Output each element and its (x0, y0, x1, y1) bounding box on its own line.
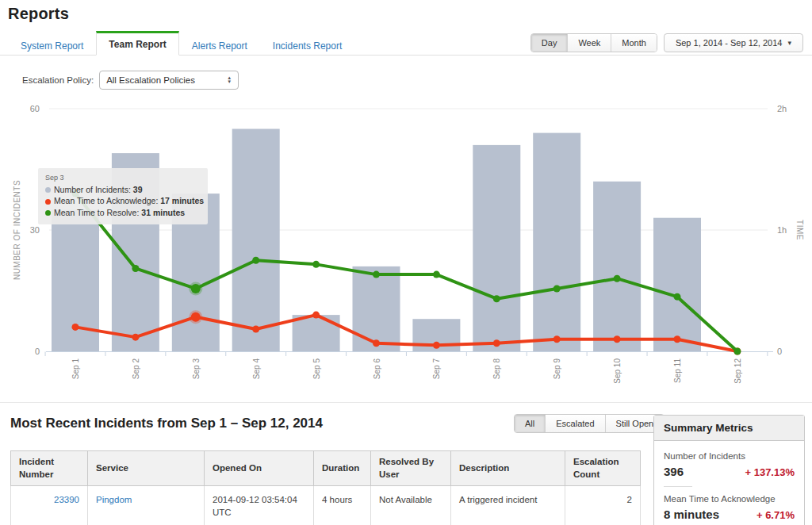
column-escalation-count: Escalation Count (565, 451, 641, 486)
x-axis-label-sep-12: Sep 12 (733, 358, 742, 384)
cell-escalation-count: 2 (565, 486, 641, 525)
mean-time-to-acknowledge-dot-sep-11[interactable] (674, 335, 681, 343)
x-axis-label-sep-3: Sep 3 (192, 358, 201, 380)
x-axis-label-sep-10: Sep 10 (613, 358, 622, 384)
tab-incidents-report[interactable]: Incidents Report (260, 31, 354, 55)
granularity-button-group: DayWeekMonth (530, 33, 657, 52)
metric-value-row: 396+ 137.13% (664, 465, 795, 478)
chart-canvas: 0306001h2hNUMBER OF INCIDENTSTIMESep 1Se… (0, 99, 812, 398)
left-axis-title: NUMBER OF INCIDENTS (13, 180, 21, 280)
metric-delta: + 6.71% (756, 509, 795, 521)
select-stepper-icon: ▲▼ (227, 76, 232, 84)
date-range-button[interactable]: Sep 1, 2014 - Sep 12, 2014 ▾ (664, 33, 803, 52)
section-divider (0, 402, 812, 403)
chart-bar-sep-9[interactable] (533, 133, 580, 351)
left-axis-tick-label: 30 (30, 225, 40, 235)
tab-alerts-report[interactable]: Alerts Report (179, 31, 260, 55)
escalation-policy-filter: Escalation Policy: All Escalation Polici… (22, 71, 239, 90)
mean-time-to-acknowledge-dot-sep-7[interactable] (433, 342, 440, 349)
cell-resolved-by-user: Not Available (371, 486, 451, 525)
service-link[interactable]: Pingdom (96, 495, 132, 504)
series-bullet-icon (45, 199, 51, 205)
date-range-label: Sep 1, 2014 - Sep 12, 2014 (676, 38, 783, 48)
right-axis-tick-label: 2h (777, 104, 787, 113)
chart-bar-sep-8[interactable] (473, 145, 520, 351)
x-axis-label-sep-1: Sep 1 (71, 358, 80, 380)
metric-label: Mean Time to Acknowledge (664, 494, 795, 504)
x-axis-label-sep-9: Sep 9 (553, 358, 561, 380)
mean-time-to-resolve-dot-sep-5[interactable] (312, 261, 320, 268)
incident-link[interactable]: 23390 (54, 495, 79, 504)
mean-time-to-acknowledge-dot-sep-5[interactable] (312, 312, 320, 319)
x-axis-label-sep-11: Sep 11 (673, 358, 682, 383)
left-axis-tick-label: 60 (30, 104, 40, 113)
metric-value-row: 8 minutes+ 6.71% (664, 508, 795, 521)
metric-value: 8 minutes (664, 508, 719, 521)
mean-time-to-acknowledge-dot-sep-8[interactable] (493, 339, 500, 347)
incidents-heading: Most Recent Incidents from Sep 1 – Sep 1… (10, 416, 323, 431)
tab-team-report[interactable]: Team Report (96, 31, 178, 56)
table-row: 23390Pingdom2014-09-12 03:54:04 UTC4 hou… (11, 486, 641, 525)
tab-system-report[interactable]: System Report (8, 31, 96, 55)
week-button[interactable]: Week (567, 34, 611, 52)
page-title: Reports (8, 5, 69, 23)
escalation-policy-value: All Escalation Policies (106, 75, 195, 85)
column-description: Description (451, 451, 565, 486)
mean-time-to-resolve-dot-sep-12[interactable] (733, 348, 741, 355)
mean-time-to-resolve-dot-sep-2[interactable] (132, 265, 139, 272)
cell-opened-on: 2014-09-12 03:54:04 UTC (205, 486, 314, 525)
mean-time-to-resolve-dot-sep-8[interactable] (493, 295, 500, 302)
day-button[interactable]: Day (531, 34, 568, 52)
column-resolved-by-user: Resolved By User (371, 451, 451, 486)
mean-time-to-resolve-dot-sep-3[interactable] (191, 284, 201, 293)
mean-time-to-acknowledge-dot-sep-1[interactable] (72, 324, 79, 331)
mean-time-to-resolve-dot-sep-6[interactable] (373, 271, 380, 278)
metric-value: 396 (664, 465, 684, 478)
right-axis-tick-label: 1h (777, 225, 787, 235)
range-controls: DayWeekMonth Sep 1, 2014 - Sep 12, 2014 … (530, 33, 803, 52)
right-axis-tick-label: 0 (777, 347, 782, 356)
tooltip-date: Sep 3 (45, 173, 201, 183)
incidents-table: Incident NumberServiceOpened OnDurationR… (10, 450, 641, 525)
metric-divider (664, 486, 692, 487)
series-bullet-icon (45, 187, 51, 193)
chart-tooltip: Sep 3 Number of Incidents: 39Mean Time t… (38, 168, 208, 224)
mean-time-to-acknowledge-dot-sep-10[interactable] (614, 335, 621, 343)
chart-bar-sep-4[interactable] (232, 129, 280, 352)
mean-time-to-resolve-dot-sep-10[interactable] (614, 275, 621, 282)
escalation-policy-select[interactable]: All Escalation Policies ▲▼ (99, 71, 239, 90)
mean-time-to-resolve-dot-sep-11[interactable] (674, 293, 681, 301)
x-axis-label-sep-4: Sep 4 (252, 358, 261, 380)
cell-description: A triggered incident (451, 486, 565, 525)
filter-all-button[interactable]: All (515, 415, 545, 432)
right-axis-title: TIME (795, 220, 804, 240)
mean-time-to-acknowledge-dot-sep-6[interactable] (373, 339, 380, 347)
column-duration: Duration (314, 451, 371, 486)
mean-time-to-resolve-dot-sep-4[interactable] (252, 257, 259, 264)
mean-time-to-acknowledge-dot-sep-3[interactable] (191, 312, 201, 322)
mean-time-to-resolve-dot-sep-7[interactable] (433, 271, 440, 278)
escalation-policy-label: Escalation Policy: (22, 75, 94, 85)
filter-escalated-button[interactable]: Escalated (545, 415, 604, 432)
x-axis-label-sep-8: Sep 8 (492, 358, 501, 380)
left-axis-tick-label: 0 (35, 347, 40, 356)
mean-time-to-resolve-dot-sep-9[interactable] (553, 285, 561, 292)
mean-time-to-acknowledge-dot-sep-4[interactable] (252, 325, 259, 332)
incidents-chart: 0306001h2hNUMBER OF INCIDENTSTIMESep 1Se… (0, 99, 812, 398)
tooltip-row: Mean Time to Resolve: 31 minutes (45, 207, 201, 219)
month-button[interactable]: Month (611, 34, 657, 52)
chart-bar-sep-6[interactable] (353, 266, 400, 351)
metric-delta: + 137.13% (745, 466, 795, 478)
x-axis-label-sep-5: Sep 5 (312, 358, 321, 380)
x-axis-label-sep-6: Sep 6 (373, 358, 381, 380)
cell-service: Pingdom (88, 486, 205, 525)
column-incident-number: Incident Number (11, 451, 88, 486)
mean-time-to-acknowledge-dot-sep-9[interactable] (553, 335, 561, 343)
column-opened-on: Opened On (205, 451, 314, 486)
column-service: Service (88, 451, 205, 486)
incident-filter-button-group: AllEscalatedStill Open (514, 414, 665, 433)
chart-bar-sep-11[interactable] (653, 218, 701, 351)
tooltip-row: Number of Incidents: 39 (45, 184, 201, 196)
chart-bar-sep-10[interactable] (593, 182, 641, 351)
mean-time-to-acknowledge-dot-sep-2[interactable] (132, 334, 139, 341)
